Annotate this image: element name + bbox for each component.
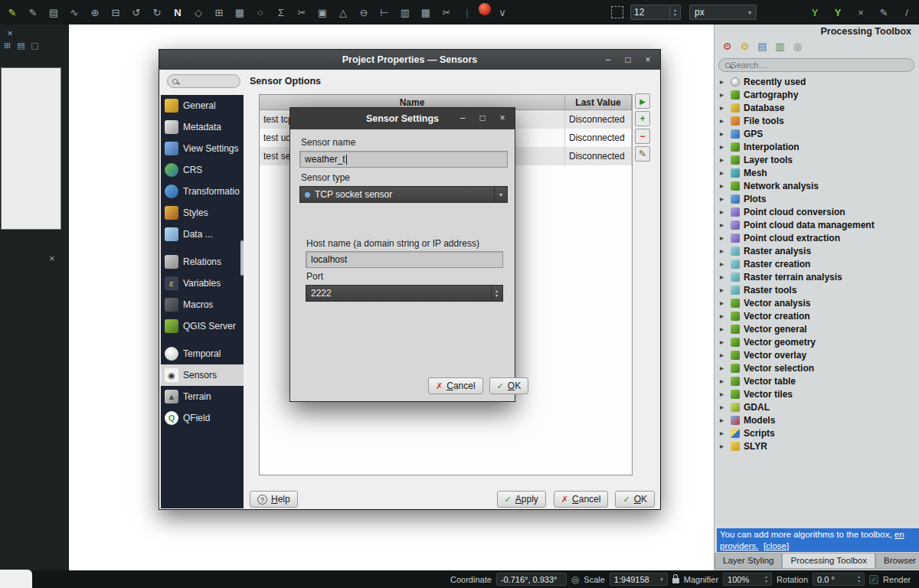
- add-record-icon[interactable]: ⊕: [86, 3, 104, 21]
- north-arrow-icon[interactable]: N: [168, 3, 187, 21]
- spinner-arrows-icon[interactable]: ▴ ▾: [491, 286, 498, 301]
- expand-arrow-icon[interactable]: ▸: [720, 77, 727, 86]
- sidebar-spacer[interactable]: [161, 337, 244, 343]
- sidebar-item-temporal[interactable]: Temporal: [161, 343, 244, 364]
- tab-browser[interactable]: Browser: [875, 554, 919, 569]
- toolbox-group-recently-used[interactable]: ▸ Recently used: [715, 75, 919, 88]
- expand-arrow-icon[interactable]: ▸: [720, 299, 727, 307]
- rotate-feature-icon[interactable]: ○: [251, 3, 270, 21]
- toolbar-separator[interactable]: |: [458, 3, 476, 21]
- edit-sensor-button[interactable]: ✎: [635, 146, 650, 162]
- close-notification-link[interactable]: [close]: [764, 541, 789, 550]
- expand-arrow-icon[interactable]: ▸: [720, 403, 727, 411]
- merge-features-icon[interactable]: ▣: [313, 3, 332, 21]
- cancel-button[interactable]: ✗ Cancel: [554, 491, 609, 508]
- toolbox-group-layer-tools[interactable]: ▸ Layer tools: [715, 153, 919, 166]
- coordinate-tracking-icon[interactable]: ◎: [571, 574, 579, 585]
- toolbox-group-vector-analysis[interactable]: ▸ Vector analysis: [715, 296, 919, 309]
- expand-arrow-icon[interactable]: ▸: [720, 260, 727, 268]
- expand-arrow-icon[interactable]: ▸: [720, 142, 727, 151]
- scale-combobox[interactable]: 1:949158 ▾: [610, 573, 668, 586]
- expand-arrow-icon[interactable]: ▸: [720, 312, 727, 320]
- expand-arrow-icon[interactable]: ▸: [720, 416, 727, 424]
- toolbox-group-vector-overlay[interactable]: ▸ Vector overlay: [715, 348, 919, 361]
- dock-list-icon[interactable]: ▤: [15, 40, 27, 51]
- apply-button[interactable]: ✓ Apply: [497, 491, 546, 508]
- sidebar-item-data-sources[interactable]: Data ...: [161, 224, 244, 245]
- sidebar-item-relations[interactable]: Relations: [161, 251, 244, 273]
- expand-arrow-icon[interactable]: ▸: [720, 207, 727, 216]
- sidebar-item-qfield[interactable]: Q QField: [161, 407, 244, 429]
- rotation-spinner[interactable]: 0.0 ° ▴▾: [813, 573, 865, 586]
- dock-layers-icon[interactable]: ⊞: [2, 40, 13, 51]
- expand-arrow-icon[interactable]: ▸: [720, 442, 727, 450]
- expand-arrow-icon[interactable]: ▸: [720, 181, 727, 190]
- toolbox-group-database[interactable]: ▸ Database: [715, 101, 919, 114]
- toolbox-group-point-cloud-extraction[interactable]: ▸ Point cloud extraction: [715, 231, 919, 244]
- reshape-icon[interactable]: △: [334, 3, 352, 21]
- expand-arrow-icon[interactable]: ▸: [720, 390, 727, 398]
- coordinate-input[interactable]: -0.716°, 0.933°: [496, 573, 567, 586]
- split-features-icon[interactable]: ✂: [293, 3, 311, 21]
- expand-arrow-icon[interactable]: ▸: [720, 103, 727, 112]
- host-name-input[interactable]: localhost: [306, 251, 503, 268]
- sidebar-item-general[interactable]: General: [161, 95, 244, 116]
- delete-selected-icon[interactable]: ⊟: [106, 3, 125, 21]
- connect-sensor-button[interactable]: ▶: [635, 93, 650, 109]
- extent-box-icon[interactable]: [611, 6, 623, 18]
- expand-arrow-icon[interactable]: ▸: [720, 377, 727, 385]
- toolbox-group-point-cloud-conversion[interactable]: ▸ Point cloud conversion: [715, 205, 919, 218]
- close-icon[interactable]: ×: [5, 28, 15, 39]
- magnifier-spinner[interactable]: 100% ▴▾: [723, 573, 772, 586]
- properties-search-input[interactable]: [181, 77, 235, 86]
- expand-arrow-icon[interactable]: ▸: [720, 351, 727, 359]
- cut-icon[interactable]: ✂: [437, 3, 456, 21]
- sidebar-item-sensors[interactable]: ◉ Sensors: [161, 364, 244, 386]
- cancel-button[interactable]: ✗ Cancel: [428, 377, 483, 394]
- sidebar-item-variables[interactable]: ε Variables: [161, 273, 244, 294]
- sidebar-item-qgis-server[interactable]: QGIS Server: [161, 315, 244, 337]
- toolbox-group-point-cloud-data-management[interactable]: ▸ Point cloud data management: [715, 218, 919, 231]
- toolbox-group-cartography[interactable]: ▸ Cartography: [715, 88, 919, 101]
- expand-arrow-icon[interactable]: ▸: [720, 155, 727, 164]
- tab-layer-styling[interactable]: Layer Styling: [715, 554, 782, 569]
- toolbox-group-raster-creation[interactable]: ▸ Raster creation: [715, 257, 919, 270]
- toolbox-group-raster-terrain-analysis[interactable]: ▸ Raster terrain analysis: [715, 270, 919, 283]
- expand-arrow-icon[interactable]: ▸: [720, 364, 727, 372]
- expand-arrow-icon[interactable]: ▸: [720, 286, 727, 294]
- digitizing-icon[interactable]: ∿: [65, 3, 83, 21]
- offset-curve-icon[interactable]: ⊖: [355, 3, 373, 21]
- toolbox-wrench-icon[interactable]: ⚙: [721, 40, 734, 53]
- toolbox-search-box[interactable]: [718, 58, 914, 72]
- toolbox-group-scripts[interactable]: ▸ Scripts: [715, 426, 919, 439]
- toolbox-group-vector-geometry[interactable]: ▸ Vector geometry: [715, 335, 919, 348]
- record-sphere-icon[interactable]: [479, 3, 491, 15]
- expand-arrow-icon[interactable]: ▸: [720, 116, 727, 125]
- toolbox-history-icon[interactable]: ◎: [791, 40, 804, 53]
- toolbox-models-icon[interactable]: ▤: [756, 40, 769, 53]
- trim-extend-icon[interactable]: ⊢: [375, 3, 394, 21]
- toolbox-group-file-tools[interactable]: ▸ File tools: [715, 114, 919, 127]
- properties-search-box[interactable]: [167, 74, 240, 88]
- font-size-input[interactable]: [631, 5, 669, 19]
- toolbox-group-plots[interactable]: ▸ Plots: [715, 192, 919, 205]
- undo-icon[interactable]: ↺: [127, 3, 146, 21]
- save-edits-icon[interactable]: ▤: [44, 3, 63, 21]
- style-icon[interactable]: ✎: [3, 3, 21, 21]
- toolbox-group-gps[interactable]: ▸ GPS: [715, 127, 919, 140]
- sidebar-item-terrain[interactable]: ▲ Terrain: [161, 386, 244, 407]
- minimize-icon[interactable]: –: [602, 54, 614, 65]
- toolbox-group-vector-tiles[interactable]: ▸ Vector tiles: [715, 387, 919, 400]
- expand-arrow-icon[interactable]: ▸: [720, 129, 727, 138]
- split-lines-icon[interactable]: Y: [829, 3, 847, 21]
- sidebar-item-metadata[interactable]: Metadata: [161, 116, 244, 138]
- toolbox-scripts-icon[interactable]: ▥: [773, 40, 787, 53]
- render-checkbox[interactable]: ✓: [869, 575, 878, 584]
- expand-arrow-icon[interactable]: ▸: [720, 338, 727, 346]
- toolbox-group-raster-tools[interactable]: ▸ Raster tools: [715, 283, 919, 296]
- move-feature-icon[interactable]: ⊞: [210, 3, 228, 21]
- toolbox-group-vector-creation[interactable]: ▸ Vector creation: [715, 309, 919, 322]
- dock-panel-icon[interactable]: ▢: [29, 40, 41, 51]
- toolbox-group-vector-table[interactable]: ▸ Vector table: [715, 374, 919, 387]
- edit-icon[interactable]: ✎: [24, 3, 42, 21]
